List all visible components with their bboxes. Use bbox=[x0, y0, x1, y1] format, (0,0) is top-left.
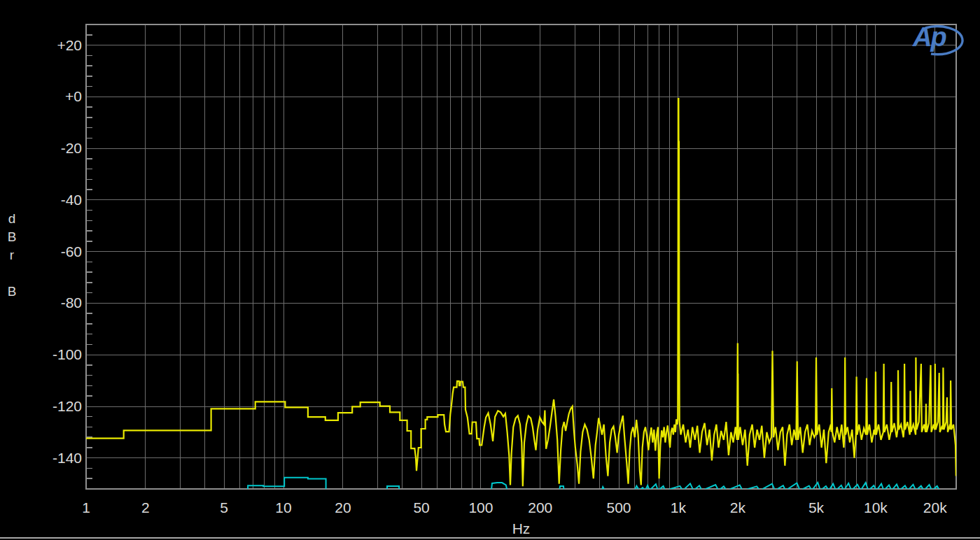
svg-text:5k: 5k bbox=[808, 499, 825, 516]
svg-text:5: 5 bbox=[220, 499, 228, 516]
svg-text:2k: 2k bbox=[730, 499, 746, 516]
plot-border bbox=[86, 24, 956, 489]
y-tick-labels: +20+0-20-40-60-80-100-120-140 bbox=[52, 37, 82, 466]
svg-text:1k: 1k bbox=[671, 499, 687, 516]
svg-text:+20: +20 bbox=[57, 37, 82, 53]
svg-text:20k: 20k bbox=[923, 499, 947, 516]
svg-text:-20: -20 bbox=[61, 140, 82, 156]
svg-text:1: 1 bbox=[82, 499, 90, 516]
svg-text:10k: 10k bbox=[864, 499, 888, 516]
x-tick-labels: 1251020501002005001k2k5k10k20k bbox=[82, 499, 947, 516]
svg-text:100: 100 bbox=[468, 499, 493, 516]
svg-text:500: 500 bbox=[606, 499, 631, 516]
ap-logo-text: Ap bbox=[913, 22, 946, 52]
spectrum-plot: +20+0-20-40-60-80-100-120-14012510205010… bbox=[0, 0, 980, 540]
svg-text:200: 200 bbox=[528, 499, 552, 516]
ap-logo: Ap bbox=[909, 21, 977, 60]
svg-text:-120: -120 bbox=[52, 398, 82, 414]
svg-text:20: 20 bbox=[335, 499, 351, 516]
grid-lines bbox=[86, 24, 956, 489]
audio-precision-fft-screen: +20+0-20-40-60-80-100-120-14012510205010… bbox=[0, 0, 980, 540]
window-bottom-edge bbox=[0, 537, 980, 539]
svg-text:-100: -100 bbox=[52, 346, 82, 362]
y-axis-unit-label: d B r B bbox=[5, 210, 19, 301]
svg-text:-40: -40 bbox=[61, 192, 82, 208]
svg-text:50: 50 bbox=[413, 499, 429, 516]
svg-text:-140: -140 bbox=[52, 450, 82, 466]
svg-text:10: 10 bbox=[275, 499, 291, 516]
x-axis-unit-label: Hz bbox=[86, 520, 956, 537]
trace-spectrum bbox=[86, 99, 956, 486]
svg-text:-80: -80 bbox=[61, 294, 82, 311]
svg-text:-60: -60 bbox=[61, 243, 82, 260]
y-minor-ticks bbox=[86, 35, 92, 478]
svg-text:2: 2 bbox=[141, 499, 150, 516]
svg-text:+0: +0 bbox=[65, 88, 82, 104]
